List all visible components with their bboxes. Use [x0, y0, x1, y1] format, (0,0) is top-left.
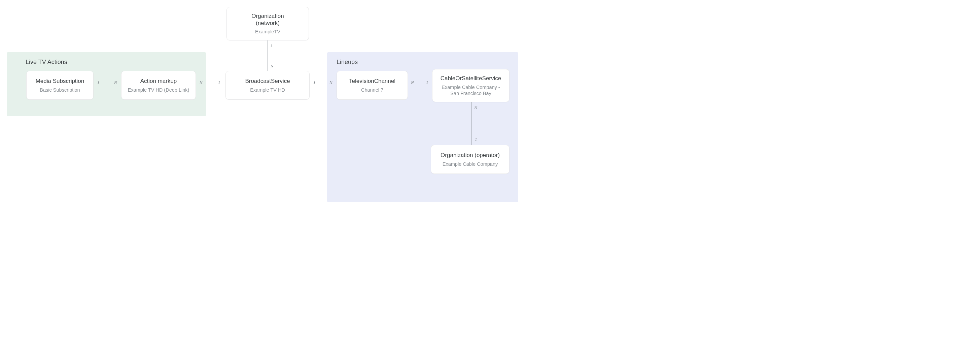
cardinality-n: N [474, 105, 477, 110]
cardinality-n: N [270, 63, 274, 69]
node-organization-network: Organization (network) ExampleTV [226, 7, 309, 40]
node-subtitle: ExampleTV [255, 29, 280, 35]
node-title: Organization (operator) [441, 152, 500, 159]
cardinality-n: N [411, 80, 414, 85]
node-subtitle: Basic Subscription [40, 87, 80, 93]
node-title: Action markup [140, 77, 177, 85]
node-action-markup: Action markup Example TV HD (Deep Link) [121, 71, 196, 100]
node-broadcast-service: BroadcastService Example TV HD [226, 71, 310, 100]
region-title-lineups: Lineups [337, 59, 358, 66]
node-subtitle: Example Cable Company [442, 161, 498, 167]
node-subtitle: Example Cable Company - San Francisco Ba… [438, 84, 504, 96]
cardinality-1: 1 [270, 42, 273, 48]
node-television-channel: TelevisionChannel Channel 7 [337, 71, 408, 100]
edge-orgnet-to-broadcast [267, 40, 268, 71]
cardinality-1: 1 [475, 137, 477, 142]
node-title: CableOrSatelliteService [441, 75, 501, 82]
cardinality-1: 1 [426, 80, 428, 85]
node-cable-or-satellite-service: CableOrSatelliteService Example Cable Co… [432, 69, 509, 102]
cardinality-1: 1 [313, 80, 316, 85]
node-title: Organization (network) [251, 13, 284, 27]
node-organization-operator: Organization (operator) Example Cable Co… [431, 145, 509, 174]
node-title: TelevisionChannel [349, 77, 395, 85]
region-title-live: Live TV Actions [25, 59, 67, 66]
edge-cable-to-orgop [471, 102, 471, 145]
diagram-canvas: Live TV Actions Lineups Organization (ne… [0, 0, 525, 206]
cardinality-1: 1 [97, 80, 100, 85]
cardinality-n: N [329, 80, 332, 85]
cardinality-1: 1 [218, 80, 220, 85]
cardinality-n: N [200, 80, 203, 85]
node-title: Media Subscription [36, 77, 84, 85]
node-subtitle: Example TV HD [250, 87, 285, 93]
node-subtitle: Channel 7 [361, 87, 383, 93]
cardinality-n: N [114, 80, 117, 85]
node-media-subscription: Media Subscription Basic Subscription [26, 71, 94, 100]
node-title: BroadcastService [245, 77, 290, 85]
node-subtitle: Example TV HD (Deep Link) [128, 87, 189, 93]
